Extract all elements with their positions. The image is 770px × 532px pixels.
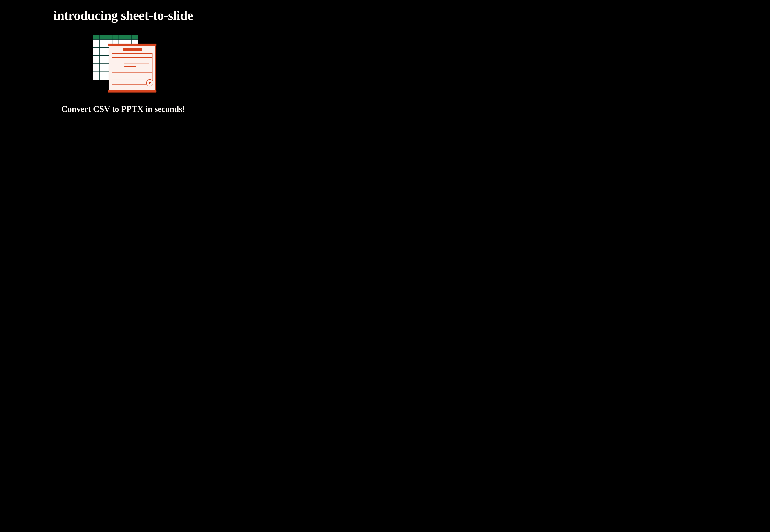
presentation-slide-icon <box>108 44 156 93</box>
svg-rect-0 <box>93 35 138 39</box>
tagline-text: Convert CSV to PPTX in seconds! <box>61 104 185 114</box>
svg-rect-14 <box>108 90 156 93</box>
svg-rect-12 <box>108 44 156 46</box>
hero-illustration <box>89 34 158 95</box>
headline-text: introducing sheet-to-slide <box>53 8 193 23</box>
svg-rect-15 <box>123 48 142 51</box>
